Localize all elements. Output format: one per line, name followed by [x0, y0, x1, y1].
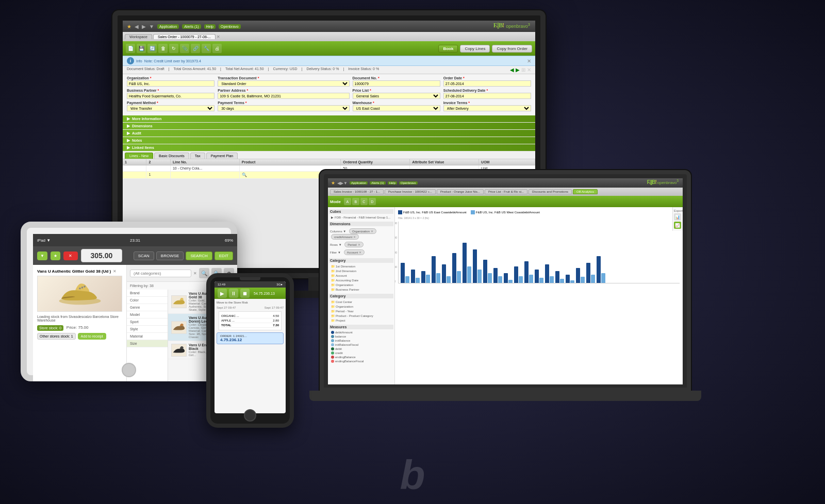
measure-balance[interactable]: balance: [329, 334, 393, 339]
next-record-icon[interactable]: ▶: [516, 67, 520, 73]
filter-sport[interactable]: Sport: [127, 318, 168, 326]
measure-debit-raw[interactable]: debit: [329, 347, 393, 351]
linked-items-section[interactable]: ▶ Linked Items: [123, 144, 535, 151]
doc-no-input[interactable]: [353, 80, 440, 87]
analytics-tool-1[interactable]: A: [344, 198, 351, 205]
tab-sales-order[interactable]: Sales Order - 1000079 - 27-08-...: [153, 34, 216, 39]
filter-size[interactable]: Size: [127, 340, 168, 347]
cat-business-partner[interactable]: 📁Business Partner: [329, 287, 393, 292]
openbravo-btn[interactable]: Openbravo: [219, 24, 241, 29]
analytics-tool-3[interactable]: C: [360, 198, 368, 205]
browse-btn[interactable]: BROWSE: [156, 251, 184, 260]
tab-tax[interactable]: Tax: [190, 153, 205, 159]
analytics-tab-3[interactable]: Price List - Fruit & Ric si...: [485, 189, 527, 194]
copy-from-order-button[interactable]: Copy from Order: [492, 45, 532, 53]
analytics-ob-btn[interactable]: Openbravo: [399, 181, 418, 184]
measure-credit[interactable]: credit: [329, 351, 393, 355]
pos-delete-btn[interactable]: ✕: [63, 251, 78, 260]
order-date-input[interactable]: [443, 80, 531, 87]
prev-record-icon[interactable]: ◀: [510, 67, 514, 73]
search-input[interactable]: [130, 270, 191, 277]
tab-workspace[interactable]: Workspace: [125, 34, 152, 39]
phone-active-item[interactable]: ORDER: 1 24021... 4.75.236.12: [217, 332, 284, 344]
pause-icon[interactable]: ⏸: [229, 289, 238, 298]
nav-arrow-next[interactable]: ▶: [142, 24, 146, 29]
period-chip-remove[interactable]: ✕: [358, 243, 360, 246]
star-icon[interactable]: ★: [127, 24, 131, 29]
analytics-star-icon[interactable]: ★: [331, 180, 335, 186]
account-chip-remove[interactable]: ✕: [359, 250, 361, 254]
org-chip-remove[interactable]: ✕: [371, 229, 373, 233]
analytics-alerts-btn[interactable]: Alerts (1): [370, 181, 385, 184]
edit-btn[interactable]: EDIT: [214, 251, 233, 260]
org-input[interactable]: [127, 80, 214, 87]
tab-payment-plan[interactable]: Payment Plan: [206, 153, 238, 159]
nav-arrow-prev[interactable]: ◀: [135, 24, 139, 29]
filter-material[interactable]: Material: [127, 333, 168, 340]
org-chip-label[interactable]: Organization ✕: [349, 228, 376, 234]
tool-icon[interactable]: 🔧: [202, 44, 211, 53]
save-icon[interactable]: 💾: [137, 44, 146, 53]
refresh-icon[interactable]: ↻: [169, 44, 178, 53]
cat-1st[interactable]: 📁1st Dimension: [329, 264, 393, 268]
add-receipt-btn[interactable]: Add to receipt: [78, 333, 106, 340]
other-stores-btn[interactable]: Other stores stock: 1: [37, 333, 76, 340]
search-btn[interactable]: SEARCH: [186, 251, 212, 260]
analytics-help-btn[interactable]: Help: [388, 181, 397, 184]
filter-brand[interactable]: Brand: [127, 290, 168, 297]
audit-section[interactable]: ▶ Audit: [123, 130, 535, 137]
print-icon[interactable]: 🖨: [212, 44, 222, 53]
partner-addr-input[interactable]: [218, 93, 349, 99]
measure-ending-balance-fiscal[interactable]: endingBalanceFiscal: [329, 359, 393, 363]
analytics-tab-2[interactable]: Product - Orange Juice Nis...: [437, 189, 484, 194]
bp-input[interactable]: [127, 93, 214, 99]
expand-icon[interactable]: ⊞: [521, 67, 525, 73]
credit-chip-remove[interactable]: ✕: [353, 235, 356, 239]
nav-arrow-more[interactable]: ▼: [149, 24, 154, 29]
close-form-icon[interactable]: ✕: [527, 67, 531, 73]
pos-star-btn[interactable]: ★: [51, 251, 60, 260]
cat-org-2[interactable]: 📁Organization: [329, 304, 393, 309]
measure-init-balance[interactable]: initBalance: [329, 339, 393, 343]
alerts-btn[interactable]: Alerts (1): [182, 24, 201, 29]
notes-section[interactable]: ▶ Notes: [123, 137, 535, 144]
filter-model[interactable]: Model: [127, 311, 168, 318]
measure-ending-balance[interactable]: endingBalance: [329, 355, 393, 359]
application-btn[interactable]: Application: [157, 24, 179, 29]
new-icon[interactable]: 📄: [126, 44, 135, 53]
cat-organization[interactable]: 📁Organization: [329, 282, 393, 287]
tab-close-icon[interactable]: ✕: [217, 35, 220, 39]
analytics-tool-2[interactable]: B: [352, 198, 359, 205]
period-chip-label[interactable]: Period ✕: [344, 242, 363, 247]
play-icon[interactable]: ▶: [218, 289, 227, 298]
filter-genre[interactable]: Genre: [127, 304, 168, 311]
info-close-icon[interactable]: ✕: [527, 58, 531, 64]
more-info-section[interactable]: ▶ More Information: [123, 115, 535, 122]
help-btn[interactable]: Help: [204, 24, 216, 29]
clone-icon[interactable]: 🔄: [147, 44, 157, 53]
measure-init-balance-fiscal[interactable]: initBalanceFiscal: [329, 343, 393, 347]
tab-lines-new[interactable]: Lines - New: [125, 153, 153, 159]
cat-cost-center[interactable]: 📁Cost Center: [329, 299, 393, 304]
product-close-icon[interactable]: ✕: [113, 269, 117, 274]
stop-icon[interactable]: ⏹: [240, 289, 250, 298]
analytics-tab-0[interactable]: Sales Invoice - 1000108 - 27 - 1...: [330, 189, 384, 194]
trans-doc-select[interactable]: Standard Order: [218, 80, 349, 87]
account-chip-label[interactable]: Account ✕: [344, 249, 365, 255]
attach-icon[interactable]: 📎: [180, 44, 189, 53]
tab-basic-discounts[interactable]: Basic Discounts: [154, 153, 189, 159]
link-icon[interactable]: 🔗: [191, 44, 200, 53]
analytics-tool-4[interactable]: D: [369, 198, 376, 205]
cat-period-year[interactable]: 📁Period - Year: [329, 309, 393, 313]
cat-2nd[interactable]: 📁2nd Dimension: [329, 268, 393, 273]
tablet-home-button[interactable]: [122, 363, 136, 377]
filter-style[interactable]: Style: [127, 326, 168, 333]
scan-btn[interactable]: SCAN: [134, 251, 154, 260]
analytics-tab-4[interactable]: Discounts and Promotions: [529, 189, 572, 194]
cat-accounting-date[interactable]: 📁Accounting Date: [329, 278, 393, 282]
search-x-icon[interactable]: ✕: [193, 271, 197, 276]
warehouse-select[interactable]: US East Coast: [353, 105, 440, 111]
measure-debit[interactable]: debitAmount: [329, 330, 393, 334]
book-button[interactable]: Book: [438, 45, 458, 53]
analytics-app-btn[interactable]: Application: [350, 181, 368, 184]
